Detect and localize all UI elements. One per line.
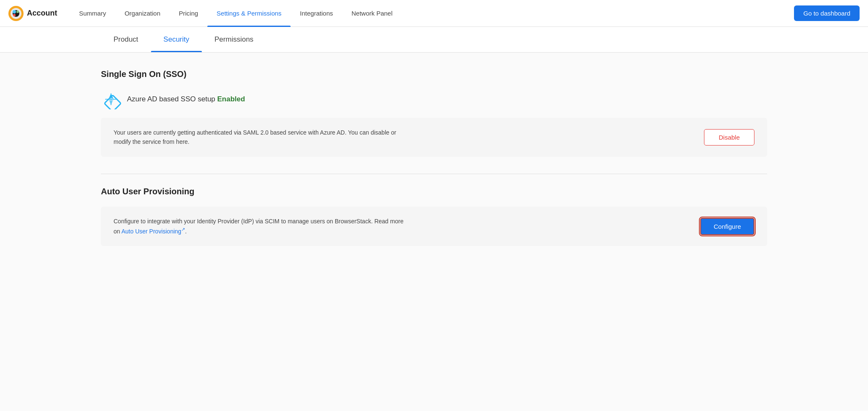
brand-logo-icon — [8, 6, 24, 21]
sso-provider-text: Azure AD based SSO setup — [127, 95, 215, 103]
auto-provisioning-section: Auto User Provisioning Configure to inte… — [101, 187, 767, 246]
sso-provider-row: Azure AD based SSO setup Enabled — [101, 89, 767, 109]
sub-tabs-bar: Product Security Permissions — [0, 27, 868, 53]
disable-button[interactable]: Disable — [704, 129, 754, 146]
logo: Account — [8, 6, 57, 21]
nav-integrations[interactable]: Integrations — [291, 0, 342, 27]
nav-network-panel[interactable]: Network Panel — [342, 0, 402, 27]
azure-ad-icon — [101, 89, 121, 109]
tab-permissions[interactable]: Permissions — [202, 27, 266, 52]
auto-provisioning-info-text: Configure to integrate with your Identit… — [114, 217, 408, 236]
auto-provisioning-info-box: Configure to integrate with your Identit… — [101, 206, 767, 246]
sso-section-title: Single Sign On (SSO) — [101, 69, 767, 79]
configure-button[interactable]: Configure — [700, 218, 754, 235]
svg-point-5 — [13, 14, 16, 16]
tab-product[interactable]: Product — [101, 27, 151, 52]
auto-provisioning-text-suffix: . — [185, 228, 187, 235]
main-content: Single Sign On (SSO) Azure AD based SSO … — [0, 53, 868, 411]
svg-point-3 — [13, 10, 16, 13]
nav-pricing[interactable]: Pricing — [169, 0, 207, 27]
sso-info-text: Your users are currently getting authent… — [114, 128, 408, 147]
sso-info-box: Your users are currently getting authent… — [101, 118, 767, 157]
go-to-dashboard-button[interactable]: Go to dashboard — [794, 5, 860, 21]
nav-settings-permissions[interactable]: Settings & Permissions — [207, 0, 291, 27]
external-link-icon: ↗ — [181, 227, 185, 232]
sso-section: Single Sign On (SSO) Azure AD based SSO … — [101, 69, 767, 157]
tab-security[interactable]: Security — [151, 27, 202, 52]
sso-status-text: Enabled — [217, 95, 245, 103]
auto-provisioning-link[interactable]: Auto User Provisioning↗ — [122, 228, 185, 235]
section-divider — [101, 174, 767, 174]
auto-provisioning-title: Auto User Provisioning — [101, 187, 767, 196]
brand-name: Account — [27, 9, 57, 18]
sso-provider-label: Azure AD based SSO setup Enabled — [127, 95, 245, 103]
nav-summary[interactable]: Summary — [70, 0, 115, 27]
header: Account Summary Organization Pricing Set… — [0, 0, 868, 27]
sub-tabs: Product Security Permissions — [101, 27, 767, 52]
nav-organization[interactable]: Organization — [115, 0, 169, 27]
main-nav: Summary Organization Pricing Settings & … — [70, 0, 794, 27]
svg-point-4 — [16, 11, 19, 13]
